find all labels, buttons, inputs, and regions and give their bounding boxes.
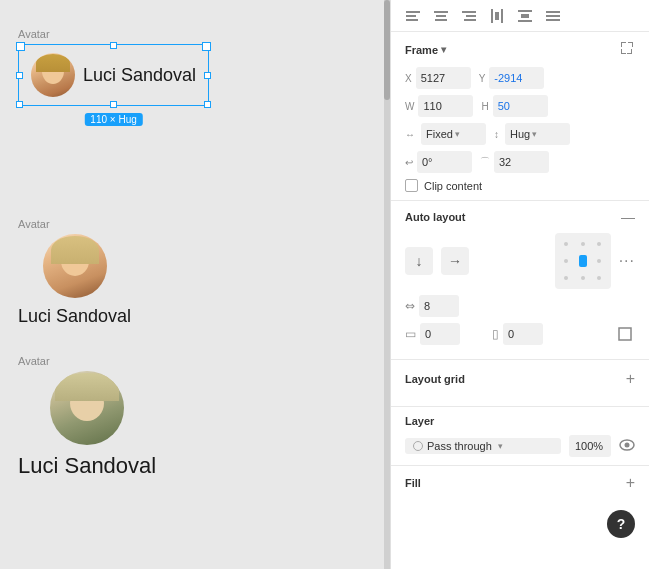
constraint-w-value[interactable]: Fixed ▾ [421,123,486,145]
canvas-panel: Avatar Luci Sandoval 110 × Hug Avatar Lu… [0,0,390,569]
corner-handle-mr[interactable] [204,72,211,79]
corner-handle-bl[interactable] [16,101,23,108]
align-center-icon[interactable] [431,6,451,26]
layout-grid-add-btn[interactable]: + [626,370,635,388]
frame-section: Frame ▾ X 5127 Y -2914 W 110 [391,32,649,201]
gap-value[interactable]: 8 [419,295,459,317]
direction-right-btn[interactable]: → [441,247,469,275]
help-label: ? [617,516,626,532]
direction-down-btn[interactable]: ↓ [405,247,433,275]
corner-handle-br[interactable] [204,101,211,108]
frame-selected[interactable]: Luci Sandoval [18,44,209,106]
h-field[interactable]: H 50 [481,95,547,117]
layer-mode-text: Pass through [427,440,492,452]
align-bl[interactable] [559,270,574,285]
padding-v-field[interactable]: ▯ 0 [492,323,543,345]
constraint-w-chevron[interactable]: ▾ [455,129,460,139]
component-2[interactable]: Avatar Luci Sandoval [18,218,131,327]
autolayout-section: Auto layout — ↓ → ··· [391,201,649,360]
align-mc[interactable] [575,254,590,269]
padding-h-field[interactable]: ▭ 0 [405,323,460,345]
fill-header: Fill + [405,474,635,492]
gap-icon: ⇔ [405,299,415,313]
fill-add-btn[interactable]: + [626,474,635,492]
y-field[interactable]: Y -2914 [479,67,545,89]
svg-rect-7 [466,15,476,17]
distribute-v-icon[interactable] [515,6,535,26]
corner-handle-ml[interactable] [16,72,23,79]
h-label: H [481,101,488,112]
layer-mode-dropdown[interactable]: Pass through ▾ [405,438,561,454]
align-bc[interactable] [575,270,590,285]
corner-handle-mb[interactable] [110,101,117,108]
clip-content-checkbox[interactable] [405,179,418,192]
align-tl[interactable] [559,237,574,252]
autolayout-actions: — [621,209,635,225]
help-section: ? [391,500,649,550]
svg-rect-11 [495,12,499,20]
svg-rect-13 [518,20,532,22]
help-button[interactable]: ? [607,510,635,538]
layer-opacity-value[interactable]: 100% [569,435,611,457]
svg-rect-18 [619,328,631,340]
canvas-scrollbar[interactable] [384,0,390,569]
expand-icon[interactable] [619,40,635,59]
padding-v-value[interactable]: 0 [503,323,543,345]
svg-rect-6 [462,11,476,13]
align-br[interactable] [592,270,607,285]
rotation-field[interactable]: ↩ 0° [405,151,472,173]
layer-mode-chevron[interactable]: ▾ [498,441,503,451]
svg-rect-14 [521,14,529,18]
clip-content-row: Clip content [405,179,635,192]
w-value[interactable]: 110 [418,95,473,117]
scrollbar-thumb[interactable] [384,0,390,100]
constraint-w-field[interactable]: ↔ Fixed ▾ [405,123,486,145]
padding-h-icon: ▭ [405,327,416,341]
align-ml[interactable] [559,254,574,269]
align-tc[interactable] [575,237,590,252]
size-badge: 110 × Hug [84,113,142,126]
constraint-h-field[interactable]: ↕ Hug ▾ [494,123,570,145]
padding-h-value[interactable]: 0 [420,323,460,345]
distribute-h-icon[interactable] [487,6,507,26]
component-3-name: Luci Sandoval [18,453,156,479]
autolayout-header: Auto layout — [405,209,635,225]
x-value[interactable]: 5127 [416,67,471,89]
constraint-h-chevron[interactable]: ▾ [532,129,537,139]
y-value[interactable]: -2914 [489,67,544,89]
layout-grid-section: Layout grid + [391,360,649,407]
layer-title: Layer [405,415,635,427]
layer-mode-circle [413,441,423,451]
layout-grid-header: Layout grid + [405,370,635,388]
layer-row: Pass through ▾ 100% [405,435,635,457]
constraint-row: ↔ Fixed ▾ ↕ Hug ▾ [405,123,635,145]
constraint-h-value[interactable]: Hug ▾ [505,123,570,145]
autolayout-title: Auto layout [405,211,466,223]
svg-rect-16 [546,15,560,17]
gap-field[interactable]: ⇔ 8 [405,295,459,317]
autolayout-more-btn[interactable]: ··· [619,252,635,270]
svg-rect-1 [406,15,416,17]
layer-visibility-btn[interactable] [619,438,635,454]
radius-field[interactable]: ⌒ 32 [480,151,549,173]
align-mr[interactable] [592,254,607,269]
frame-chevron-icon[interactable]: ▾ [441,44,446,55]
resize-icon[interactable] [615,324,635,344]
svg-rect-17 [546,19,560,21]
component-1[interactable]: Avatar Luci Sandoval 110 × Hug [18,28,209,106]
x-field[interactable]: X 5127 [405,67,471,89]
rotation-value[interactable]: 0° [417,151,472,173]
component-3[interactable]: Avatar Luci Sandoval [18,355,156,479]
component-3-inner: Luci Sandoval [18,371,156,479]
radius-value[interactable]: 32 [494,151,549,173]
avatar-portrait-2 [43,234,107,298]
align-left-icon[interactable] [403,6,423,26]
h-value[interactable]: 50 [493,95,548,117]
align-grid [555,233,611,289]
more-align-icon[interactable] [543,6,563,26]
align-tr[interactable] [592,237,607,252]
align-right-icon[interactable] [459,6,479,26]
autolayout-minus[interactable]: — [621,209,635,225]
w-field[interactable]: W 110 [405,95,473,117]
corner-handle-mt[interactable] [110,42,117,49]
